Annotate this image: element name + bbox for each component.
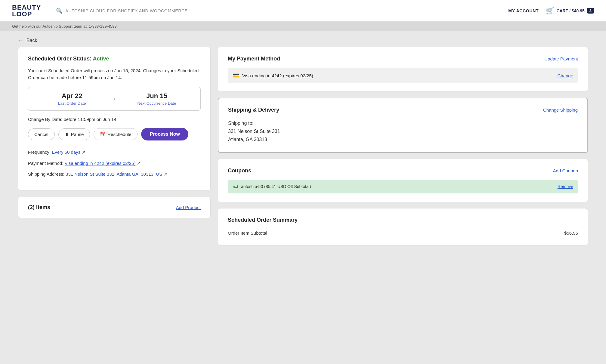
shipping-address-line: Shipping Address: 331 Nelson St Suite 33… bbox=[28, 171, 201, 178]
frequency-line: Frequency: Every 60 days ↗ bbox=[28, 149, 201, 156]
coupons-card: Coupons Add Coupon 🏷 autoship-50 ($5.41 … bbox=[218, 159, 588, 202]
summary-title: Scheduled Order Summary bbox=[228, 217, 298, 223]
payment-prefix: Payment Method: bbox=[28, 161, 65, 166]
notice-text: Get help with our Autoship Support team … bbox=[12, 24, 118, 29]
payment-method-link[interactable]: Visa ending in 4242 (expires 02/25) bbox=[65, 161, 136, 166]
info-text: Your next Scheduled Order will process o… bbox=[28, 67, 201, 81]
back-label: Back bbox=[26, 38, 37, 43]
coupon-text: autoship-50 ($5.41 USD Off Subtotal) bbox=[241, 184, 311, 189]
search-area: 🔍 AUTOSHIP CLOUD FOR SHOPIFY AND WOOCOMM… bbox=[56, 8, 502, 14]
next-occurrence-col: Jun 15 Next Occurrence Date bbox=[120, 92, 193, 106]
calendar-icon: 📅 bbox=[100, 131, 106, 137]
back-button[interactable]: ← Back bbox=[0, 31, 606, 47]
payment-title: My Payment Method bbox=[228, 56, 280, 62]
pause-label: Pause bbox=[71, 132, 84, 137]
address-line2: Atlanta, GA 30313 bbox=[228, 135, 578, 143]
reschedule-button[interactable]: 📅 Reschedule bbox=[94, 128, 138, 140]
pause-icon: ⏸ bbox=[65, 132, 69, 137]
shipping-prefix: Shipping Address: bbox=[28, 171, 66, 177]
shipping-address-link[interactable]: 331 Nelson St Suite 331, Atlanta GA, 303… bbox=[66, 171, 162, 177]
address-line1: 331 Nelson St Suite 331 bbox=[228, 127, 578, 135]
order-item-label: Order Item Subtotal bbox=[228, 230, 267, 236]
payment-method-line: Payment Method: Visa ending in 4242 (exp… bbox=[28, 160, 201, 167]
items-card: (2) Items Add Product bbox=[18, 197, 211, 218]
last-order-date: Apr 22 bbox=[62, 92, 82, 100]
status-prefix: Scheduled Order Status: bbox=[28, 56, 93, 62]
remove-coupon-link[interactable]: Remove bbox=[558, 184, 573, 189]
next-occurrence-label[interactable]: Next Occurrence Date bbox=[138, 101, 176, 106]
left-panel: Scheduled Order Status: Active Your next… bbox=[18, 47, 211, 245]
order-item-row: Order Item Subtotal $56.95 bbox=[228, 229, 578, 237]
header-right: MY ACCOUNT 🛒 CART / $40.95 3 bbox=[508, 7, 594, 15]
last-order-col: Apr 22 Last Order Date bbox=[36, 92, 108, 106]
payment-row: 💳 Visa ending in 4242 (expires 02/25) Ch… bbox=[228, 68, 578, 83]
logo-line1: BEAUTY bbox=[12, 4, 41, 11]
site-header: BEAUTY LOOP 🔍 AUTOSHIP CLOUD FOR SHOPIFY… bbox=[0, 0, 606, 22]
logo-line2: LOOP bbox=[12, 11, 41, 17]
summary-header: Scheduled Order Summary bbox=[228, 217, 578, 223]
pause-button[interactable]: ⏸ Pause bbox=[58, 128, 90, 140]
external-link-icon2: ↗ bbox=[137, 161, 141, 166]
external-link-icon: ↗ bbox=[82, 150, 85, 155]
cart-area[interactable]: 🛒 CART / $40.95 3 bbox=[546, 7, 594, 15]
coupons-header: Coupons Add Coupon bbox=[228, 168, 578, 174]
frequency-prefix: Frequency: bbox=[28, 150, 52, 155]
shipping-to-label: Shipping to: bbox=[228, 119, 578, 127]
coupons-title: Coupons bbox=[228, 168, 251, 174]
cart-count-badge: 3 bbox=[587, 8, 594, 14]
payment-header: My Payment Method Update Payment bbox=[228, 56, 578, 62]
notice-bar: Get help with our Autoship Support team … bbox=[0, 22, 606, 31]
date-arrow-icon: › bbox=[108, 95, 120, 103]
status-card: Scheduled Order Status: Active Your next… bbox=[18, 47, 211, 191]
payment-card: My Payment Method Update Payment 💳 Visa … bbox=[218, 47, 588, 92]
status-line: Scheduled Order Status: Active bbox=[28, 56, 201, 62]
main-content: Scheduled Order Status: Active Your next… bbox=[0, 47, 606, 258]
add-product-link[interactable]: Add Product bbox=[176, 205, 201, 210]
coupon-left: 🏷 autoship-50 ($5.41 USD Off Subtotal) bbox=[233, 184, 311, 190]
search-label: AUTOSHIP CLOUD FOR SHOPIFY AND WOOCOMMER… bbox=[65, 8, 188, 13]
frequency-link[interactable]: Every 60 days bbox=[52, 150, 80, 155]
coupon-badge: 🏷 autoship-50 ($5.41 USD Off Subtotal) R… bbox=[228, 180, 578, 193]
change-by-text: Change By Date: before 11:59pm on Jun 14 bbox=[28, 117, 201, 122]
add-coupon-link[interactable]: Add Coupon bbox=[553, 168, 578, 173]
date-row: Apr 22 Last Order Date › Jun 15 Next Occ… bbox=[28, 87, 201, 111]
tag-icon: 🏷 bbox=[233, 184, 238, 190]
search-icon[interactable]: 🔍 bbox=[56, 8, 63, 14]
cart-icon: 🛒 bbox=[546, 7, 554, 15]
shipping-header: Shipping & Delivery Change Shipping bbox=[228, 107, 578, 113]
update-payment-link[interactable]: Update Payment bbox=[544, 56, 578, 61]
reschedule-label: Reschedule bbox=[107, 132, 131, 137]
card-info: Visa ending in 4242 (expires 02/25) bbox=[242, 73, 313, 78]
order-item-value: $56.95 bbox=[564, 230, 578, 236]
cart-label: CART / $40.95 bbox=[556, 8, 584, 13]
next-occurrence-date: Jun 15 bbox=[146, 92, 167, 100]
site-logo[interactable]: BEAUTY LOOP bbox=[12, 4, 41, 17]
items-label: (2) Items bbox=[28, 204, 50, 211]
external-link-icon3: ↗ bbox=[163, 171, 167, 177]
last-order-label[interactable]: Last Order Date bbox=[58, 101, 86, 106]
change-shipping-link[interactable]: Change Shipping bbox=[543, 107, 578, 113]
status-value: Active bbox=[93, 56, 109, 62]
cancel-button[interactable]: Cancel bbox=[28, 128, 55, 140]
payment-left: 💳 Visa ending in 4242 (expires 02/25) bbox=[233, 72, 313, 79]
process-now-button[interactable]: Process Now bbox=[141, 128, 188, 140]
shipping-card: Shipping & Delivery Change Shipping Ship… bbox=[218, 98, 588, 153]
right-panel: My Payment Method Update Payment 💳 Visa … bbox=[218, 47, 588, 245]
shipping-title: Shipping & Delivery bbox=[228, 107, 279, 113]
summary-card: Scheduled Order Summary Order Item Subto… bbox=[218, 208, 588, 245]
action-buttons: Cancel ⏸ Pause 📅 Reschedule Process Now bbox=[28, 128, 201, 140]
back-arrow-icon: ← bbox=[18, 37, 24, 44]
credit-card-icon: 💳 bbox=[233, 72, 239, 79]
shipping-address-block: Shipping to: 331 Nelson St Suite 331 Atl… bbox=[228, 119, 578, 144]
change-payment-link[interactable]: Change bbox=[557, 73, 573, 78]
my-account-link[interactable]: MY ACCOUNT bbox=[508, 8, 539, 13]
